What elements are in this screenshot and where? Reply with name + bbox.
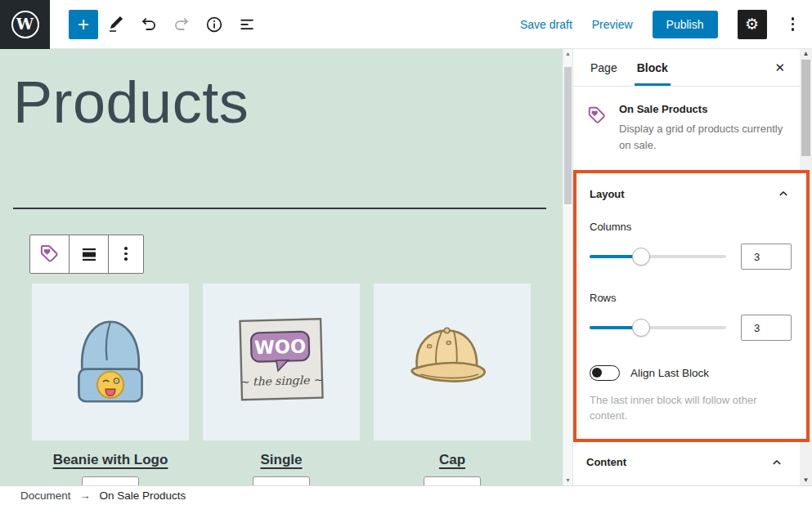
layout-panel-title: Layout (590, 188, 625, 200)
columns-slider-thumb[interactable] (632, 248, 650, 266)
editor-top-bar: W + Save draft (0, 0, 812, 49)
sidebar-tabs: Page Block ✕ (573, 49, 800, 87)
product-tag-heart-icon (38, 243, 61, 265)
album-illustration-icon: WOO ~ the single ~ (220, 301, 343, 423)
breadcrumb-bar: Document → On Sale Products (0, 485, 812, 505)
breadcrumb-document[interactable]: Document (20, 489, 71, 502)
product-tag-heart-icon (586, 105, 608, 126)
publish-button[interactable]: Publish (653, 11, 718, 38)
breadcrumb-on-sale-products[interactable]: On Sale Products (100, 489, 186, 502)
rows-slider[interactable] (590, 318, 726, 337)
content-panel-header[interactable]: Content (586, 454, 785, 471)
toggle-knob (592, 368, 602, 378)
align-last-block-control: Align Last Block (590, 365, 792, 381)
rows-label: Rows (590, 292, 792, 304)
product-card: WOO ~ the single ~ Single (203, 284, 360, 485)
settings-button[interactable]: ⚙ (738, 10, 767, 39)
tab-page[interactable]: Page (588, 49, 620, 86)
block-type-button[interactable] (30, 235, 70, 273)
preview-button[interactable]: Preview (592, 18, 633, 31)
block-name: On Sale Products (619, 103, 787, 115)
product-image-single[interactable]: WOO ~ the single ~ (203, 284, 360, 440)
block-align-button[interactable] (70, 235, 109, 273)
close-icon: ✕ (774, 60, 785, 74)
columns-slider[interactable] (590, 247, 726, 266)
product-title-link[interactable]: Beanie with Logo (53, 452, 168, 468)
product-title-link[interactable]: Cap (439, 452, 465, 468)
product-price-badge[interactable] (253, 476, 310, 485)
beanie-illustration-icon (49, 301, 172, 423)
columns-input[interactable] (741, 244, 792, 270)
layout-panel: Layout Columns Rows (576, 173, 806, 439)
chevron-up-icon (769, 454, 785, 471)
on-sale-products-grid: Beanie with Logo WOO ~ the single ~ (32, 284, 563, 485)
columns-control (590, 244, 792, 270)
undo-button[interactable] (134, 10, 164, 39)
separator-block[interactable] (13, 208, 546, 209)
list-view-button[interactable] (232, 10, 262, 39)
columns-label: Columns (590, 221, 792, 233)
chevron-up-icon (775, 185, 792, 202)
product-card: Cap (374, 284, 531, 485)
kebab-icon (792, 17, 795, 31)
cap-illustration-icon (391, 301, 514, 423)
align-last-block-label: Align Last Block (630, 367, 709, 379)
tutorial-highlight-frame: Layout Columns Rows (573, 170, 810, 442)
product-title-link[interactable]: Single (260, 452, 302, 468)
save-draft-button[interactable]: Save draft (520, 18, 572, 31)
wordpress-admin-button[interactable]: W (0, 0, 50, 49)
close-sidebar-button[interactable]: ✕ (771, 57, 788, 78)
editor-main-region: Products (0, 49, 812, 485)
product-card: Beanie with Logo (32, 284, 189, 485)
wordpress-logo-icon: W (11, 11, 39, 38)
list-view-icon (237, 15, 257, 34)
block-toolbar (29, 235, 144, 274)
kebab-icon (124, 247, 128, 261)
pencil-icon (106, 15, 126, 34)
product-price-badge[interactable] (82, 476, 139, 485)
breadcrumb-arrow-icon: → (80, 489, 91, 502)
scroll-up-icon[interactable]: ▲ (800, 50, 812, 58)
block-description: Display a grid of products currently on … (619, 121, 787, 153)
tab-block[interactable]: Block (635, 49, 671, 86)
gear-icon: ⚙ (745, 15, 759, 34)
page-title-block[interactable]: Products (13, 69, 563, 136)
edit-mode-button[interactable] (101, 10, 131, 39)
plus-icon: + (78, 13, 89, 36)
scroll-up-icon[interactable]: ▲ (563, 50, 572, 58)
scroll-down-icon[interactable]: ▼ (563, 476, 572, 485)
align-icon (79, 244, 99, 264)
content-panel-title: Content (586, 456, 626, 468)
details-button[interactable] (200, 10, 229, 39)
undo-icon (139, 15, 159, 34)
align-last-block-toggle[interactable] (590, 365, 620, 381)
more-options-button[interactable] (787, 12, 800, 36)
redo-icon (172, 15, 191, 34)
rows-control (590, 315, 792, 341)
scroll-down-icon[interactable]: ▼ (800, 476, 812, 485)
info-icon (204, 15, 224, 34)
redo-button[interactable] (167, 10, 196, 39)
settings-sidebar: Page Block ✕ On Sale Products Display a … (572, 49, 800, 485)
block-description-card: On Sale Products Display a grid of produ… (573, 87, 800, 166)
block-options-button[interactable] (109, 235, 143, 273)
editor-scrollbar-thumb[interactable] (564, 67, 572, 204)
product-image-cap[interactable] (374, 284, 531, 440)
product-image-beanie[interactable] (32, 284, 189, 440)
align-last-block-help: The last inner block will follow other c… (590, 393, 792, 424)
top-bar-actions: Save draft Preview Publish ⚙ (520, 10, 799, 39)
album-woo-text: WOO (254, 335, 307, 358)
editor-canvas: Products (0, 49, 563, 485)
sidebar-scrollbar-thumb[interactable] (801, 60, 810, 156)
layout-panel-header[interactable]: Layout (590, 185, 792, 202)
rows-slider-thumb[interactable] (632, 319, 650, 337)
product-price-badge[interactable] (424, 476, 481, 485)
rows-input[interactable] (741, 315, 792, 341)
editor-scrollbar[interactable]: ▲ ▼ (563, 49, 572, 485)
block-inserter-button[interactable]: + (69, 10, 98, 39)
